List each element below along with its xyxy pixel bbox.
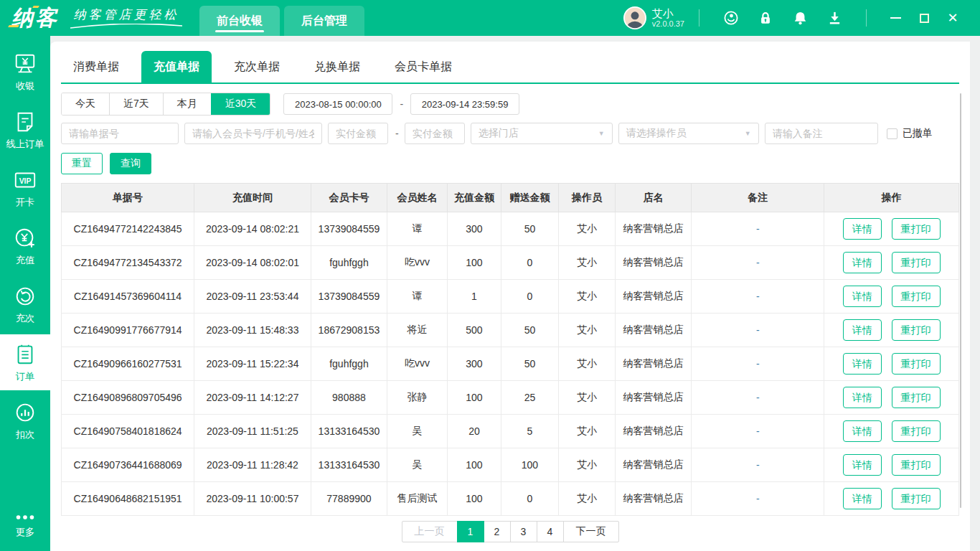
detail-button[interactable]: 详情 [843, 488, 882, 509]
detail-button[interactable]: 详情 [843, 353, 882, 375]
cell-recharge-time: 2023-09-14 08:02:21 [194, 212, 311, 246]
sidebar-item-more[interactable]: 更多 [0, 504, 50, 547]
quick-range-30days[interactable]: 近30天 [211, 93, 270, 115]
cell-store: 纳客营销总店 [615, 482, 691, 516]
detail-button[interactable]: 详情 [843, 454, 882, 476]
customer-service-icon[interactable] [723, 10, 739, 26]
reprint-button[interactable]: 重打印 [892, 319, 941, 341]
table-scrollbar[interactable] [960, 93, 961, 508]
quick-range-label: 近7天 [123, 98, 149, 110]
cell-member-name: 谭 [387, 280, 448, 314]
operator-select[interactable]: 请选择操作员 ▼ [618, 123, 759, 144]
slogan: 纳客管店更轻松 [69, 6, 184, 29]
sidebar-item-open-card[interactable]: VIP 开卡 [0, 160, 50, 216]
table-header: 单据号 充值时间 会员卡号 会员姓名 充值金额 赠送金额 操作员 店名 备注 操… [62, 184, 959, 212]
detail-button[interactable]: 详情 [843, 252, 882, 273]
minimize-icon [890, 17, 901, 19]
search-filter-row: - 选择门店 ▼ 请选择操作员 ▼ 已撤单 [61, 123, 959, 144]
search-button[interactable]: 查询 [110, 153, 151, 174]
cell-store: 纳客营销总店 [615, 415, 691, 448]
amount-min-input[interactable] [328, 123, 388, 144]
next-page-button[interactable]: 下一页 [563, 521, 619, 542]
reset-button[interactable]: 重置 [61, 153, 103, 174]
cell-bonus-amount: 50 [501, 212, 558, 246]
reprint-button[interactable]: 重打印 [892, 252, 941, 273]
close-button[interactable]: ✕ [938, 7, 967, 29]
order-no-input[interactable] [61, 123, 179, 144]
minimize-button[interactable] [881, 7, 910, 29]
tab-recharge-receipts[interactable]: 充值单据 [141, 51, 212, 83]
cell-store: 纳客营销总店 [615, 280, 691, 314]
cell-remark: - [692, 347, 824, 381]
main-area: 消费单据 充值单据 充次单据 兑换单据 会员卡单据 今天 近7天 本月 近30天 [50, 36, 980, 551]
lock-icon[interactable] [758, 10, 773, 26]
tab-exchange-receipts[interactable]: 兑换单据 [302, 51, 372, 83]
detail-button[interactable]: 详情 [843, 387, 882, 408]
reprint-button[interactable]: 重打印 [892, 420, 941, 442]
topbar: 纳客 纳客管店更轻松 前台收银 后台管理 [0, 0, 980, 36]
page-button-3[interactable]: 3 [510, 521, 537, 542]
page-button-1[interactable]: 1 [457, 521, 484, 542]
cell-recharge-amount: 500 [447, 314, 501, 347]
quick-range-label: 本月 [177, 98, 197, 110]
tab-recharge-times-receipts[interactable]: 充次单据 [222, 51, 292, 83]
sidebar-item-label: 订单 [16, 370, 35, 382]
detail-button[interactable]: 详情 [843, 286, 882, 307]
reprint-button[interactable]: 重打印 [892, 353, 941, 375]
cell-recharge-time: 2023-09-11 14:12:27 [194, 381, 311, 415]
cell-store: 纳客营销总店 [615, 347, 691, 381]
cell-store: 纳客营销总店 [615, 212, 691, 246]
nav-tab-front-cashier[interactable]: 前台收银 [199, 6, 280, 36]
user-menu[interactable]: 艾小 v2.0.0.37 [623, 6, 684, 29]
page-button-2[interactable]: 2 [484, 521, 511, 542]
detail-button[interactable]: 详情 [843, 319, 882, 341]
cell-remark: - [692, 415, 824, 448]
cancelled-checkbox[interactable] [887, 128, 897, 139]
date-range-separator: - [400, 98, 403, 110]
reprint-button[interactable]: 重打印 [892, 488, 941, 509]
page-button-4[interactable]: 4 [537, 521, 564, 542]
sidebar-item-orders[interactable]: 订单 [0, 334, 50, 390]
tab-label: 充次单据 [234, 60, 280, 75]
amount-max-input[interactable] [405, 123, 465, 144]
sidebar-item-deduct-times[interactable]: 扣次 [0, 392, 50, 448]
table-row: CZ16490648682151951 2023-09-11 10:00:57 … [62, 482, 959, 516]
detail-button[interactable]: 详情 [843, 218, 882, 240]
remark-input[interactable] [765, 123, 878, 144]
quick-range-7days[interactable]: 近7天 [109, 93, 163, 115]
nav-tab-backend-manage[interactable]: 后台管理 [284, 6, 364, 36]
cell-order-no: CZ16490648682151951 [62, 482, 194, 516]
reprint-button[interactable]: 重打印 [892, 454, 941, 476]
amount-range-separator: - [395, 128, 399, 139]
tab-consume-receipts[interactable]: 消费单据 [61, 51, 131, 83]
cell-recharge-amount: 300 [447, 212, 501, 246]
sidebar-item-online-orders[interactable]: 线上订单 [0, 102, 50, 158]
sidebar-item-recharge[interactable]: 充值 [0, 218, 50, 274]
prev-page-button[interactable]: 上一页 [402, 521, 458, 542]
sidebar-item-label: 更多 [16, 526, 35, 538]
sidebar-item-recharge-times[interactable]: 充次 [0, 276, 50, 332]
tab-member-card-receipts[interactable]: 会员卡单据 [382, 51, 464, 83]
cell-store: 纳客营销总店 [615, 246, 691, 280]
start-date-input[interactable] [283, 93, 392, 115]
maximize-button[interactable] [910, 7, 938, 29]
member-search-input[interactable] [184, 123, 322, 144]
download-updates-icon[interactable] [826, 10, 842, 26]
quick-range-month[interactable]: 本月 [163, 93, 211, 115]
table-row: CZ16490758401818624 2023-09-11 11:51:25 … [62, 415, 959, 448]
store-select[interactable]: 选择门店 ▼ [471, 123, 613, 144]
cell-bonus-amount: 0 [501, 280, 558, 314]
sidebar-item-cashier[interactable]: 收银 [0, 44, 50, 100]
cancelled-filter[interactable]: 已撤单 [887, 127, 933, 140]
reprint-button[interactable]: 重打印 [892, 286, 941, 307]
end-date-input[interactable] [410, 93, 519, 115]
reprint-button[interactable]: 重打印 [892, 387, 941, 408]
cell-member-name: 吃vvv [387, 246, 448, 280]
detail-button[interactable]: 详情 [843, 420, 882, 442]
notification-bell-icon[interactable] [792, 10, 808, 26]
quick-range-today[interactable]: 今天 [62, 93, 109, 115]
app-window: 纳客 纳客管店更轻松 前台收银 后台管理 [0, 0, 980, 551]
cell-bonus-amount: 50 [501, 347, 558, 381]
content-panel: 消费单据 充值单据 充次单据 兑换单据 会员卡单据 今天 近7天 本月 近30天 [50, 42, 970, 551]
reprint-button[interactable]: 重打印 [892, 218, 941, 240]
